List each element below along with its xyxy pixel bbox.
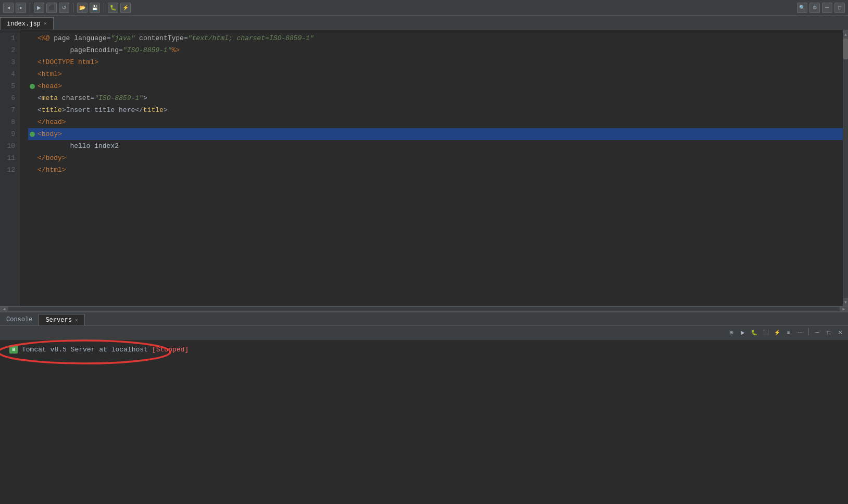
h-scroll-track[interactable] (8, 307, 840, 311)
toolbar-btn-open[interactable]: 📂 (77, 3, 88, 13)
panel-btn-close[interactable]: ✕ (835, 328, 845, 337)
code-line-11: </body> (28, 152, 843, 164)
server-icon: 🖥 (9, 345, 18, 354)
toolbar-btn-search[interactable]: 🔍 (797, 3, 807, 13)
tab-label: index.jsp (7, 20, 41, 28)
code-line-10: hello index2 (28, 140, 843, 152)
code-line-6: <meta charset="ISO-8859-1"> (28, 92, 843, 104)
code-line-12: </html> (28, 164, 843, 176)
panel-sep-1 (808, 328, 809, 335)
toolbar-sep-1 (30, 3, 30, 12)
line-num-11: 11 (4, 152, 15, 164)
panel-btn-stop[interactable]: ⬛ (761, 328, 770, 337)
code-line-4: <html> (28, 68, 843, 80)
panel-btn-columns[interactable]: ≡ (784, 328, 793, 337)
v-scroll-down[interactable]: ▼ (843, 298, 848, 306)
toolbar-btn-settings[interactable]: ⚙ (809, 3, 820, 13)
panel-content-wrapper: 🖥 Tomcat v8.5 Server at localhost [Stopp… (6, 344, 842, 355)
toolbar-sep-3 (104, 3, 104, 12)
line-num-2: 2 (4, 44, 15, 56)
code-line-7: <title>Insert title here</title> (28, 104, 843, 116)
toolbar-right: 🔍 ⚙ ─ □ (797, 3, 845, 13)
code-line-5: <head> (28, 80, 843, 92)
panel-btn-run[interactable]: ▶ (738, 328, 747, 337)
panel-tab-console[interactable]: Console (0, 314, 39, 325)
line-num-10: 10 (4, 140, 15, 152)
tab-bar: index.jsp ✕ (0, 16, 848, 30)
line-num-6: 6 (4, 92, 15, 104)
v-scroll-up[interactable]: ▲ (843, 30, 848, 39)
h-scroll-left[interactable]: ◀ (0, 307, 8, 312)
code-line-9: <body> (28, 128, 843, 140)
line-numbers: 1 2 3 4 5 6 7 8 9 10 11 12 (0, 30, 20, 306)
code-line-2: pageEncoding="ISO-8859-1"%> (28, 44, 843, 56)
tab-close-icon[interactable]: ✕ (44, 21, 47, 27)
code-area[interactable]: <%@ page language="java" contentType="te… (20, 30, 843, 306)
panel-tab-servers-label: Servers (45, 317, 71, 324)
line-num-7: 7 (4, 104, 15, 116)
toolbar-btn-maximize[interactable]: □ (834, 3, 845, 13)
toolbar-btn-minimize[interactable]: ─ (822, 3, 832, 13)
toolbar-btn-stop[interactable]: ⬛ (46, 3, 57, 13)
panel-btn-minimize[interactable]: ─ (813, 328, 822, 337)
toolbar-btn-reload[interactable]: ↺ (59, 3, 69, 13)
server-entry[interactable]: 🖥 Tomcat v8.5 Server at localhost [Stopp… (6, 344, 842, 355)
h-scrollbar[interactable]: ◀ ▶ (0, 306, 848, 311)
code-line-1: <%@ page language="java" contentType="te… (28, 32, 843, 44)
breakpoint-dot-5 (30, 84, 35, 89)
toolbar-btn-save[interactable]: 💾 (90, 3, 100, 13)
panel-btn-new[interactable]: ⊕ (727, 328, 736, 337)
code-line-8: </head> (28, 116, 843, 128)
server-name: Tomcat v8.5 Server at localhost (22, 346, 148, 354)
toolbar-btn-debug[interactable]: 🐛 (108, 3, 118, 13)
toolbar-btn-back[interactable]: ◂ (3, 3, 14, 13)
line-dot-5 (28, 84, 38, 89)
line-num-1: 1 (4, 32, 15, 44)
breakpoint-dot-9 (30, 132, 35, 137)
panel-toolbar-right: ⊕ ▶ 🐛 ⬛ ⚡ ≡ ⋯ ─ □ ✕ (727, 328, 845, 337)
line-num-4: 4 (4, 68, 15, 80)
panel-tab-servers[interactable]: Servers ✕ (39, 314, 84, 325)
panel-tab-servers-close[interactable]: ✕ (75, 317, 78, 323)
toolbar-btn-fwd[interactable]: ▸ (16, 3, 26, 13)
toolbar-btn-profile[interactable]: ⚡ (120, 3, 131, 13)
toolbar-btn-run[interactable]: ▶ (34, 3, 44, 13)
line-num-3: 3 (4, 56, 15, 68)
panel-tab-console-label: Console (6, 316, 32, 323)
line-dot-9 (28, 132, 38, 137)
line-num-5: 5 (4, 80, 15, 92)
tab-index-jsp[interactable]: index.jsp ✕ (0, 17, 54, 30)
line-num-9: 9 (4, 128, 15, 140)
toolbar: ◂ ▸ ▶ ⬛ ↺ 📂 💾 🐛 ⚡ 🔍 ⚙ ─ □ (0, 0, 848, 16)
panel-btn-maximize[interactable]: □ (824, 328, 833, 337)
v-scroll-thumb[interactable] (843, 39, 848, 59)
bottom-panel: Console Servers ✕ ⊕ ▶ 🐛 ⬛ ⚡ ≡ ⋯ ─ □ ✕ 🖥 (0, 311, 848, 504)
server-status: [Stopped] (152, 346, 189, 354)
panel-btn-more[interactable]: ⋯ (795, 328, 805, 337)
editor-content: 1 2 3 4 5 6 7 8 9 10 11 12 <%@ page lang… (0, 30, 848, 306)
line-num-8: 8 (4, 116, 15, 128)
line-num-12: 12 (4, 164, 15, 176)
toolbar-sep-2 (73, 3, 73, 12)
code-line-3: <!DOCTYPE html> (28, 56, 843, 68)
panel-toolbar: ⊕ ▶ 🐛 ⬛ ⚡ ≡ ⋯ ─ □ ✕ (0, 326, 848, 339)
panel-tab-bar: Console Servers ✕ (0, 312, 848, 326)
panel-btn-debug[interactable]: 🐛 (750, 328, 759, 337)
panel-content: 🖥 Tomcat v8.5 Server at localhost [Stopp… (0, 339, 848, 504)
v-scrollbar[interactable]: ▲ ▼ (843, 30, 848, 306)
panel-btn-disconnect[interactable]: ⚡ (772, 328, 782, 337)
editor-area: 1 2 3 4 5 6 7 8 9 10 11 12 <%@ page lang… (0, 30, 848, 311)
h-scroll-right[interactable]: ▶ (840, 307, 848, 312)
v-scroll-track[interactable] (843, 39, 848, 298)
